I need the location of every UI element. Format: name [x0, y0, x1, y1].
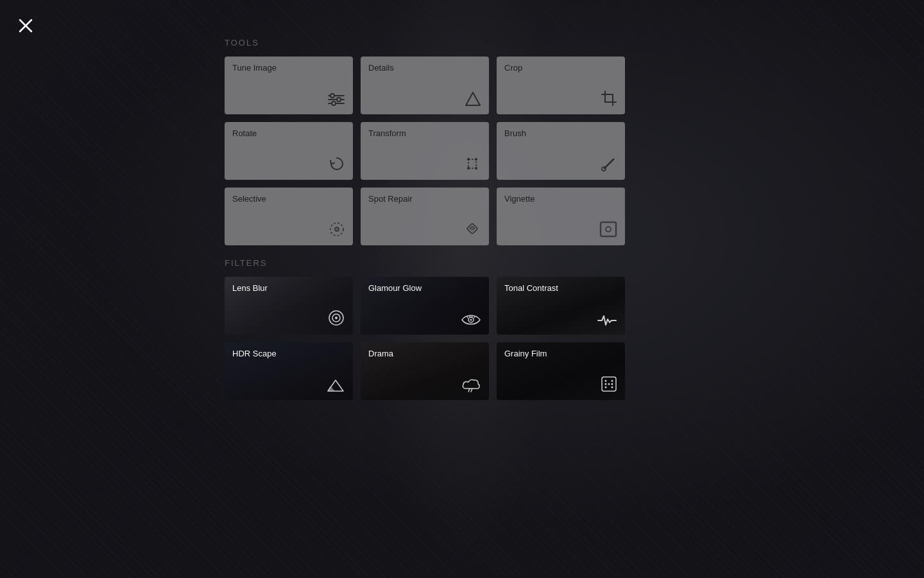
svg-line-39 — [472, 315, 473, 317]
svg-point-47 — [612, 380, 613, 382]
svg-point-51 — [608, 383, 610, 385]
svg-point-49 — [612, 383, 613, 385]
svg-point-50 — [605, 387, 607, 389]
svg-point-46 — [605, 380, 607, 382]
eye-icon — [461, 313, 481, 329]
svg-line-37 — [467, 317, 468, 318]
svg-line-38 — [470, 315, 470, 317]
svg-point-48 — [605, 383, 607, 385]
grainy-film-label: Grainy Film — [504, 349, 617, 358]
pulse-icon — [597, 314, 617, 329]
svg-point-36 — [470, 319, 472, 321]
hdr-scape-label: HDR Scape — [232, 349, 345, 358]
tonal-contrast-label: Tonal Contrast — [504, 283, 617, 293]
svg-marker-42 — [327, 386, 335, 391]
eye-circle-icon — [327, 309, 345, 329]
lens-blur-label: Lens Blur — [232, 283, 345, 293]
dice-icon — [601, 376, 617, 395]
svg-line-40 — [474, 317, 475, 318]
svg-point-52 — [612, 387, 613, 389]
cloud-icon — [461, 377, 481, 395]
glamour-glow-label: Glamour Glow — [368, 283, 481, 293]
close-button[interactable] — [13, 13, 38, 39]
mountain-icon — [326, 378, 345, 395]
drama-label: Drama — [368, 349, 481, 358]
svg-point-34 — [335, 317, 338, 319]
